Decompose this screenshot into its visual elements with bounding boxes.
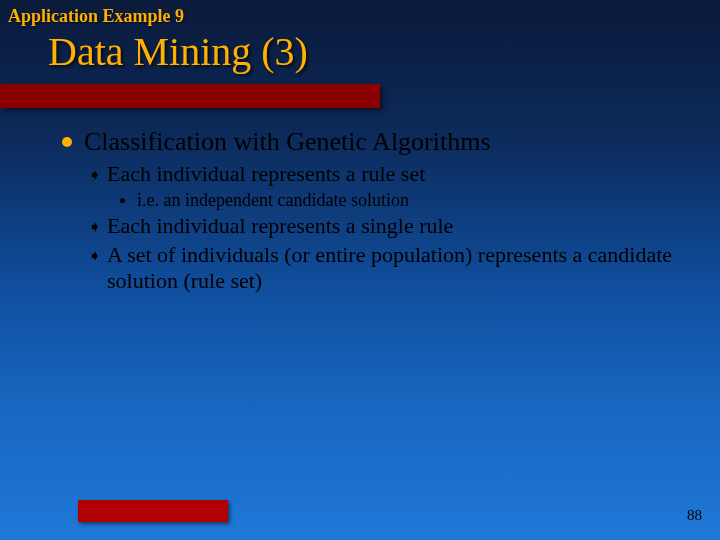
dot-bullet-icon bbox=[120, 198, 125, 203]
arrow-bullet-icon: ➧ bbox=[88, 246, 101, 265]
disc-bullet-icon bbox=[62, 137, 72, 147]
slide-title: Data Mining (3) bbox=[48, 28, 308, 75]
bullet-level1: Classification with Genetic Algorithms bbox=[62, 126, 680, 157]
bullet-text: A set of individuals (or entire populati… bbox=[107, 242, 680, 295]
bullet-text: Classification with Genetic Algorithms bbox=[84, 126, 491, 157]
footer-accent-bar bbox=[78, 500, 228, 522]
slide: Application Example 9 Data Mining (3) Cl… bbox=[0, 0, 720, 540]
bullet-level2: ➧ A set of individuals (or entire popula… bbox=[88, 242, 680, 295]
bullet-level3: i.e. an independent candidate solution bbox=[120, 190, 680, 212]
arrow-bullet-icon: ➧ bbox=[88, 165, 101, 184]
bullet-text: Each individual represents a rule set bbox=[107, 161, 425, 187]
bullet-level2: ➧ Each individual represents a single ru… bbox=[88, 213, 680, 239]
title-block: Data Mining (3) bbox=[48, 28, 308, 75]
body-content: Classification with Genetic Algorithms ➧… bbox=[62, 126, 680, 294]
title-underline-bar bbox=[0, 84, 380, 108]
bullet-text: i.e. an independent candidate solution bbox=[137, 190, 409, 212]
bullet-level2: ➧ Each individual represents a rule set bbox=[88, 161, 680, 187]
header-label: Application Example 9 bbox=[8, 6, 184, 27]
page-number: 88 bbox=[687, 507, 702, 524]
bullet-text: Each individual represents a single rule bbox=[107, 213, 453, 239]
arrow-bullet-icon: ➧ bbox=[88, 217, 101, 236]
